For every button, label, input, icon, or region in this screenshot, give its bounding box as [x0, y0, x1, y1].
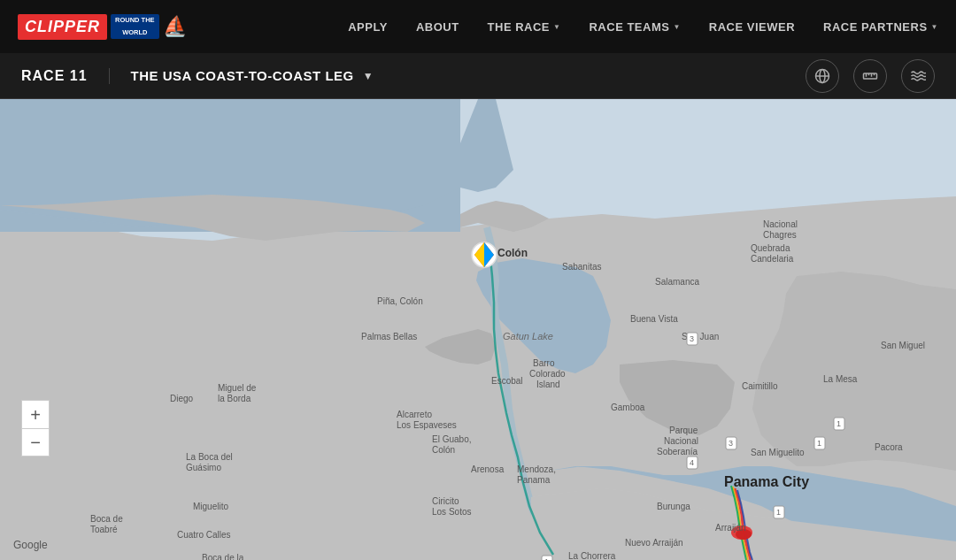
nav-race-viewer[interactable]: RACE VIEWER — [709, 20, 795, 34]
svg-text:3: 3 — [690, 334, 694, 343]
svg-text:Panama City: Panama City — [724, 474, 809, 489]
svg-text:Piña, Colón: Piña, Colón — [377, 296, 423, 306]
svg-text:Ciricito: Ciricito — [432, 496, 459, 506]
chevron-icon: ▼ — [673, 23, 680, 31]
svg-text:Colorado: Colorado — [529, 369, 566, 379]
svg-text:Mendoza,: Mendoza, — [517, 464, 556, 474]
svg-text:Colón: Colón — [497, 247, 528, 259]
svg-text:Toabré: Toabré — [90, 525, 118, 534]
svg-text:Island: Island — [536, 380, 560, 389]
svg-text:Colón: Colón — [432, 445, 455, 455]
svg-text:Boca de: Boca de — [90, 514, 123, 524]
svg-text:Nacional: Nacional — [664, 436, 698, 446]
race-title-chevron: ▼ — [363, 70, 374, 82]
svg-text:La Chorrera: La Chorrera — [568, 551, 616, 560]
nav-race-partners[interactable]: RACE PARTNERS ▼ — [823, 20, 938, 34]
svg-text:La Mesa: La Mesa — [823, 374, 858, 384]
svg-text:Escobal: Escobal — [491, 376, 523, 386]
logo-area[interactable]: CLIPPER ROUND THE WORLD ⛵ — [18, 14, 187, 40]
svg-text:Nacional: Nacional — [763, 219, 798, 229]
svg-text:1: 1 — [776, 508, 781, 517]
svg-text:Salamanca: Salamanca — [655, 277, 699, 287]
svg-text:El Guabo,: El Guabo, — [432, 434, 471, 444]
race-title[interactable]: THE USA COAST-TO-COAST LEG ▼ — [131, 68, 374, 83]
svg-text:Burunga: Burunga — [657, 502, 690, 511]
svg-text:San Miguelito: San Miguelito — [751, 448, 805, 457]
nav-race-teams[interactable]: RACE TEAMS ▼ — [589, 20, 680, 34]
ruler-icon-btn[interactable] — [853, 59, 887, 93]
svg-text:Los Espaveses: Los Espaveses — [397, 420, 457, 430]
svg-text:Panama: Panama — [517, 475, 551, 485]
svg-text:Caimitillo: Caimitillo — [742, 381, 778, 391]
svg-text:San Miguel: San Miguel — [881, 341, 925, 350]
svg-text:Barro: Barro — [533, 358, 555, 368]
svg-text:Soberanía: Soberanía — [657, 447, 698, 456]
waves-icon-btn[interactable] — [901, 59, 935, 93]
zoom-controls: + − — [21, 400, 50, 456]
svg-text:1: 1 — [817, 439, 821, 448]
zoom-out-button[interactable]: − — [21, 428, 50, 456]
svg-text:Arenosa: Arenosa — [471, 464, 505, 474]
nav-apply[interactable]: APPLY — [348, 20, 388, 34]
nav-about[interactable]: ABOUT — [416, 20, 459, 34]
svg-text:Arraiján: Arraiján — [715, 523, 745, 533]
logo-rtw-top: ROUND THE — [111, 14, 159, 27]
race-title-text: THE USA COAST-TO-COAST LEG — [131, 68, 354, 83]
globe-icon-btn[interactable] — [806, 59, 839, 93]
map-container[interactable]: Panama City Colón Sabanitas Salamanca Pi… — [0, 99, 956, 560]
svg-text:La Boca del: La Boca del — [186, 452, 233, 462]
svg-text:Chagres: Chagres — [763, 230, 797, 240]
svg-text:Candelaria: Candelaria — [751, 254, 794, 264]
chevron-icon: ▼ — [931, 23, 938, 31]
svg-text:4: 4 — [690, 458, 694, 467]
svg-text:Google: Google — [13, 539, 48, 551]
svg-text:Alcarreto: Alcarreto — [397, 410, 432, 419]
svg-text:Quebrada: Quebrada — [751, 243, 790, 253]
svg-text:Diego: Diego — [170, 394, 194, 403]
nav-the-race[interactable]: THE RACE ▼ — [488, 20, 561, 34]
svg-text:Buena Vista: Buena Vista — [630, 314, 678, 324]
svg-text:Sabanitas: Sabanitas — [562, 262, 601, 272]
svg-text:Nuevo Arraiján: Nuevo Arraiján — [625, 538, 683, 548]
svg-text:la Borda: la Borda — [218, 394, 251, 403]
logo-sail-icon: ⛵ — [163, 15, 187, 38]
logo-clipper[interactable]: CLIPPER — [18, 14, 107, 40]
svg-text:Parque: Parque — [669, 426, 698, 435]
logo-rtw-bottom: WORLD — [111, 27, 159, 39]
svg-text:Palmas Bellas: Palmas Bellas — [361, 332, 417, 341]
main-nav: APPLY ABOUT THE RACE ▼ RACE TEAMS ▼ RACE… — [348, 20, 938, 34]
subheader-icons — [806, 59, 935, 93]
header: CLIPPER ROUND THE WORLD ⛵ APPLY ABOUT TH… — [0, 0, 956, 53]
subheader: RACE 11 THE USA COAST-TO-COAST LEG ▼ — [0, 53, 956, 99]
svg-text:Guásimo: Guásimo — [186, 463, 221, 472]
chevron-icon: ▼ — [553, 23, 560, 31]
race-number: RACE 11 — [21, 68, 110, 84]
svg-text:Pacora: Pacora — [875, 442, 903, 452]
svg-text:3: 3 — [729, 439, 733, 448]
svg-text:Cuatro Calles: Cuatro Calles — [177, 530, 231, 540]
svg-text:Boca de la: Boca de la — [202, 553, 244, 560]
svg-text:Miguel de: Miguel de — [218, 383, 257, 393]
zoom-in-button[interactable]: + — [21, 400, 50, 428]
svg-text:Los Sotos: Los Sotos — [432, 507, 471, 517]
svg-text:Miguelito: Miguelito — [193, 502, 228, 511]
svg-text:1: 1 — [836, 419, 841, 428]
svg-text:Gatun Lake: Gatun Lake — [503, 331, 553, 341]
map-svg: Panama City Colón Sabanitas Salamanca Pi… — [0, 99, 956, 560]
svg-text:Gamboa: Gamboa — [611, 403, 645, 412]
